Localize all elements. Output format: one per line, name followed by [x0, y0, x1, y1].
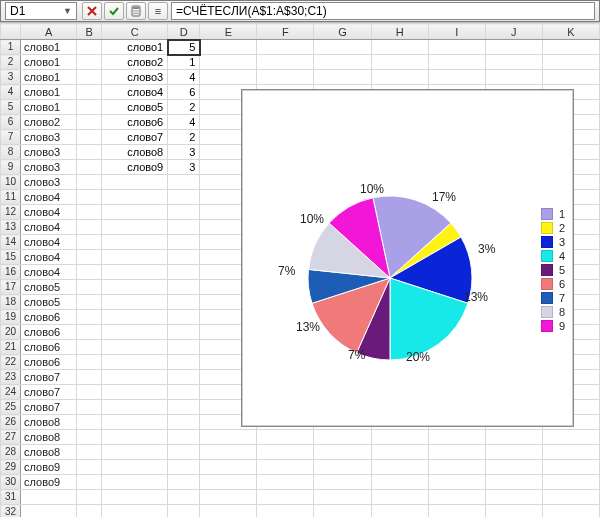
cell-B1[interactable]: [77, 40, 102, 55]
cell-A2[interactable]: слово1: [21, 55, 77, 70]
cell-D30[interactable]: [168, 475, 200, 490]
cell-D17[interactable]: [168, 280, 200, 295]
cell-E32[interactable]: [200, 505, 257, 518]
cell-A29[interactable]: слово9: [21, 460, 77, 475]
cell-G1[interactable]: [314, 40, 371, 55]
cell-A10[interactable]: слово3: [21, 175, 77, 190]
cell-C7[interactable]: слово7: [102, 130, 168, 145]
cell-A19[interactable]: слово6: [21, 310, 77, 325]
col-header-E[interactable]: E: [200, 24, 257, 40]
cell-A28[interactable]: слово8: [21, 445, 77, 460]
row-header[interactable]: 29: [1, 460, 21, 475]
row-header[interactable]: 32: [1, 505, 21, 518]
cell-B12[interactable]: [77, 205, 102, 220]
cell-B2[interactable]: [77, 55, 102, 70]
cell-D4[interactable]: 6: [168, 85, 200, 100]
cell-J3[interactable]: [485, 70, 542, 85]
cell-K29[interactable]: [542, 460, 599, 475]
row-header[interactable]: 17: [1, 280, 21, 295]
cell-B29[interactable]: [77, 460, 102, 475]
cell-C17[interactable]: [102, 280, 168, 295]
row-header[interactable]: 23: [1, 370, 21, 385]
row-header[interactable]: 11: [1, 190, 21, 205]
cell-B19[interactable]: [77, 310, 102, 325]
cell-A32[interactable]: [21, 505, 77, 518]
cell-B31[interactable]: [77, 490, 102, 505]
corner-cell[interactable]: [1, 24, 21, 40]
cell-C32[interactable]: [102, 505, 168, 518]
cell-F28[interactable]: [257, 445, 314, 460]
cell-A24[interactable]: слово7: [21, 385, 77, 400]
cancel-button[interactable]: [82, 2, 102, 20]
cell-H32[interactable]: [371, 505, 428, 518]
row-header[interactable]: 26: [1, 415, 21, 430]
cell-I2[interactable]: [428, 55, 485, 70]
row-header[interactable]: 24: [1, 385, 21, 400]
cell-B17[interactable]: [77, 280, 102, 295]
cell-B22[interactable]: [77, 355, 102, 370]
cell-B23[interactable]: [77, 370, 102, 385]
cell-G31[interactable]: [314, 490, 371, 505]
cell-B28[interactable]: [77, 445, 102, 460]
cell-C28[interactable]: [102, 445, 168, 460]
row-header[interactable]: 9: [1, 160, 21, 175]
cell-D18[interactable]: [168, 295, 200, 310]
row-header[interactable]: 21: [1, 340, 21, 355]
cell-A5[interactable]: слово1: [21, 100, 77, 115]
cell-A8[interactable]: слово3: [21, 145, 77, 160]
cell-H28[interactable]: [371, 445, 428, 460]
cell-E3[interactable]: [200, 70, 257, 85]
cell-H1[interactable]: [371, 40, 428, 55]
cell-F3[interactable]: [257, 70, 314, 85]
cell-E29[interactable]: [200, 460, 257, 475]
row-header[interactable]: 25: [1, 400, 21, 415]
cell-J32[interactable]: [485, 505, 542, 518]
cell-E31[interactable]: [200, 490, 257, 505]
col-header-I[interactable]: I: [428, 24, 485, 40]
cell-D2[interactable]: 1: [168, 55, 200, 70]
cell-B25[interactable]: [77, 400, 102, 415]
cell-B9[interactable]: [77, 160, 102, 175]
cell-E28[interactable]: [200, 445, 257, 460]
cell-C18[interactable]: [102, 295, 168, 310]
cell-J30[interactable]: [485, 475, 542, 490]
cell-G29[interactable]: [314, 460, 371, 475]
cell-H27[interactable]: [371, 430, 428, 445]
cell-B18[interactable]: [77, 295, 102, 310]
cell-D9[interactable]: 3: [168, 160, 200, 175]
cell-D15[interactable]: [168, 250, 200, 265]
row-header[interactable]: 12: [1, 205, 21, 220]
cell-I1[interactable]: [428, 40, 485, 55]
cell-D19[interactable]: [168, 310, 200, 325]
cell-K30[interactable]: [542, 475, 599, 490]
accept-button[interactable]: [104, 2, 124, 20]
col-header-D[interactable]: D: [168, 24, 200, 40]
col-header-C[interactable]: C: [102, 24, 168, 40]
cell-B8[interactable]: [77, 145, 102, 160]
cell-C29[interactable]: [102, 460, 168, 475]
cell-I32[interactable]: [428, 505, 485, 518]
formula-input[interactable]: [171, 2, 595, 20]
cell-B16[interactable]: [77, 265, 102, 280]
cell-B10[interactable]: [77, 175, 102, 190]
cell-C16[interactable]: [102, 265, 168, 280]
cell-C14[interactable]: [102, 235, 168, 250]
row-header[interactable]: 13: [1, 220, 21, 235]
cell-C21[interactable]: [102, 340, 168, 355]
cell-A15[interactable]: слово4: [21, 250, 77, 265]
cell-B5[interactable]: [77, 100, 102, 115]
row-header[interactable]: 7: [1, 130, 21, 145]
cell-A22[interactable]: слово6: [21, 355, 77, 370]
cell-D27[interactable]: [168, 430, 200, 445]
cell-H31[interactable]: [371, 490, 428, 505]
cell-C2[interactable]: слово2: [102, 55, 168, 70]
row-header[interactable]: 31: [1, 490, 21, 505]
row-header[interactable]: 10: [1, 175, 21, 190]
cell-D24[interactable]: [168, 385, 200, 400]
cell-I27[interactable]: [428, 430, 485, 445]
cell-I30[interactable]: [428, 475, 485, 490]
cell-B32[interactable]: [77, 505, 102, 518]
row-header[interactable]: 28: [1, 445, 21, 460]
cell-A7[interactable]: слово3: [21, 130, 77, 145]
cell-K1[interactable]: [542, 40, 599, 55]
